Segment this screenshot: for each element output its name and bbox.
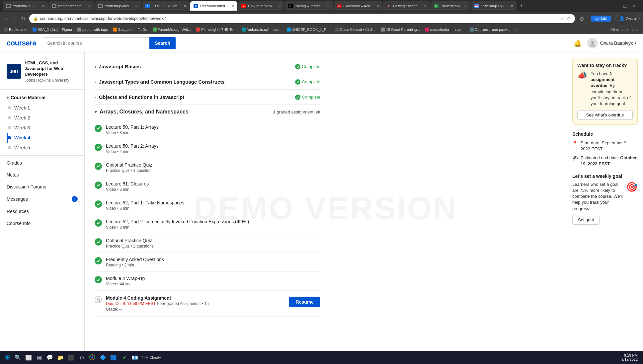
search-taskbar-button[interactable]: 🔍 [13,353,23,362]
tab-close-9[interactable]: ✕ [424,4,427,8]
task-view-button[interactable]: ⬜ [24,353,33,362]
tab-close-5[interactable]: ✕ [231,4,234,8]
terminal-button[interactable]: ⬛ [66,353,76,362]
tab-close-2[interactable]: ✕ [88,4,91,8]
tab-6[interactable]: ▶ How to remem... ✕ [238,1,284,11]
extension-icon[interactable]: ⊙ [567,16,571,21]
app5-button[interactable]: 📧 [130,353,139,362]
bookmark-item-2[interactable]: popup with tags [76,27,109,32]
bookmark-item-7[interactable]: UNICEF_BOOK_1_R... [285,27,331,32]
bookmark-item-6[interactable]: "ankara.in.ua" - кон... [240,27,282,32]
sidebar-item-course-info[interactable]: Course Info [0,217,84,229]
notification-icon[interactable]: 🔔 [574,39,582,47]
resume-button[interactable]: Resume [289,297,320,307]
lesson-lecture52-part1[interactable]: Lecture 52, Part 1: Fake Namespaces Vide… [95,196,320,215]
other-bookmarks-button[interactable]: Other bookmarks [608,28,640,32]
bookmark-item-3[interactable]: Завдання - To Do [112,27,149,32]
sidebar-item-week1[interactable]: Week 1 [7,103,84,113]
sidebar-item-grades[interactable]: Grades [0,157,84,169]
forward-button[interactable]: › [11,15,17,22]
assignment-module4[interactable]: Module 4 Coding Assignment Due, Oct 9, 1… [95,291,320,317]
chrome-button[interactable] [88,353,97,362]
tab-close-1[interactable]: ✕ [42,4,44,8]
tab-2[interactable]: frontend/conte... ✕ [48,1,94,11]
widgets-button[interactable]: ▦ [35,353,44,362]
lesson-lecture51[interactable]: Lecture 51: Closures Video • 6 min [95,177,320,196]
course-material-toggle[interactable]: ▾ Course Material [0,92,84,103]
explorer-button[interactable]: 📁 [56,353,65,362]
bookmark-item-0[interactable]: Bookmarks [3,27,29,32]
tab-3[interactable]: frontend/js-bas... ✕ [95,1,141,11]
tab-8[interactable]: ⚔ Codewars – Ach... ✕ [334,1,382,11]
module-javascript-types[interactable]: › Javascript Types and Common Language C… [95,74,320,90]
search-button[interactable]: Search [149,37,176,49]
minimize-button[interactable]: ─ [613,3,620,9]
sidebar-item-week2[interactable]: Week 2 [7,113,84,123]
see-whats-overdue-button[interactable]: See what's overdue [577,110,633,120]
new-tab-button[interactable]: + [517,3,526,10]
tab-11[interactable]: 📅 Календар IT-н... ✕ [471,1,517,11]
maximize-button[interactable]: □ [622,3,628,9]
tab-close-6[interactable]: ✕ [278,4,281,8]
lesson-lecture52-part2[interactable]: Lecture 52, Part 2: Immediately Invoked … [95,215,320,234]
lesson-lecture50-part1[interactable]: Lecture 50, Part 1: Arrays Video • 8 min [95,120,320,139]
lesson-info-7: Optional Practice Quiz Practice Quiz • 2… [106,238,320,249]
app3-button[interactable]: 🟦 [109,353,118,362]
app4-button[interactable]: ✔ [120,353,129,362]
tab-label-11: Календар IT-н... [481,4,508,8]
svg-point-1 [53,5,55,7]
windows-start-button[interactable]: ⊞ [3,353,12,362]
module-javascript-basics[interactable]: › Javascript Basics Complete [95,59,320,74]
tab-10[interactable]: H HackerRank ✕ [431,1,470,11]
bookmark-item-10[interactable]: mamalecha — Live... [424,27,466,32]
app2-button[interactable]: 🔷 [98,353,108,362]
update-button[interactable]: Update [591,16,611,22]
profile-button[interactable]: 👤 Ольга [615,15,640,22]
bookmark-item-4[interactable]: FutureMe.org: Writ... [151,27,193,32]
bookmark-item-1[interactable]: BSA_X (Jira) - Figma [31,27,73,32]
sidebar-item-discussion-forums[interactable]: Discussion Forums [0,181,84,193]
set-goal-button[interactable]: Set goal [572,215,600,225]
close-button[interactable]: ✕ [630,3,638,9]
jhu-logo: JHU [7,64,21,79]
sidebar-item-week4[interactable]: Week 4 [7,133,84,143]
tab-close-8[interactable]: ✕ [376,4,379,8]
tab-4[interactable]: C HTML, CSS, an... ✕ [142,1,190,11]
bookmark-item-9[interactable]: 15 Great Parenting... [380,27,421,32]
bookmark-item-5[interactable]: Pluralsight | THE Te... [195,27,238,32]
module-objects-functions[interactable]: › Objects and Functions in Javascript Co… [95,90,320,105]
sidebar-item-notes[interactable]: Notes [0,169,84,181]
extensions-button[interactable]: ⊕ [577,16,587,22]
sidebar-item-resources[interactable]: Resources [0,205,84,217]
sidebar-item-messages[interactable]: Messages 1 [0,193,84,205]
sidebar-item-week3[interactable]: Week 3 [7,123,84,133]
lesson-optional-quiz-2[interactable]: Optional Practice Quiz Practice Quiz • 2… [95,234,320,253]
tab-close-4[interactable]: ✕ [184,4,186,8]
lesson-faq[interactable]: Frequently Asked Questions Reading • 2 m… [95,253,320,272]
tab-1[interactable]: frontend-2022... ✕ [3,1,48,11]
chat-button[interactable]: 💬 [45,353,54,362]
lesson-module4-wrapup[interactable]: Module 4 Wrap-Up Video • 44 sec [95,272,320,291]
tab-close-11[interactable]: ✕ [511,4,513,8]
address-bar[interactable]: 🔒 coursera.org/learn/html-css-javascript… [29,14,575,23]
coursera-logo[interactable]: coursera [7,39,36,47]
star-icon[interactable]: ☆ [560,16,564,21]
tab-9[interactable]: 🚀 Getting Started... ✕ [383,1,430,11]
bookmark-item-11[interactable]: Соответствие разм... [468,27,512,32]
sidebar-item-week5[interactable]: Week 5 [7,143,84,153]
tab-7[interactable]: ✏ Pricing – JetBra... ✕ [285,1,333,11]
lesson-lecture50-part2[interactable]: Lecture 50, Part 2: Arrays Video • 4 min [95,139,320,158]
search-input[interactable] [43,37,149,49]
more-bookmarks-button[interactable]: » [516,28,518,32]
tab-close-10[interactable]: ✕ [464,4,467,8]
tab-close-3[interactable]: ✕ [135,4,138,8]
refresh-button[interactable]: ↻ [19,15,27,23]
app1-button[interactable]: ⊙ [77,353,86,362]
tab-5[interactable]: C Recommended... ✕ [190,1,237,11]
module-toggle-icon[interactable]: ▾ [95,109,97,114]
bookmark-item-8[interactable]: Class Central • #1 S... [334,27,377,32]
user-button[interactable]: Ольга Ваврічук ▾ [587,38,636,48]
back-button[interactable]: ‹ [3,15,9,22]
tab-close-7[interactable]: ✕ [327,4,330,8]
lesson-optional-quiz-1[interactable]: Optional Practice Quiz Practice Quiz • 1… [95,158,320,177]
